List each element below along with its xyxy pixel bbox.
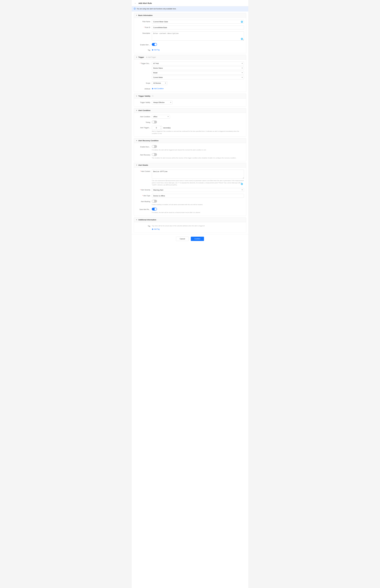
enable-alert-row: Enable Alert ... xyxy=(136,43,244,46)
current-meter-select[interactable]: Current Meter xyxy=(152,76,244,79)
spinner-down[interactable]: ▼ xyxy=(160,128,162,130)
number-spinners: ▲ ▼ xyxy=(160,126,162,130)
alert-condition-row: Alert Condition offline xyxy=(136,115,244,118)
add-trigger-button[interactable]: ⊕ Add Trigger xyxy=(146,56,156,58)
enable-alert-label: Enable Alert ... xyxy=(136,43,150,46)
alert-severity-label: * Alert Severity xyxy=(136,188,150,191)
alert-details-header[interactable]: ▼ Alert Details xyxy=(134,163,246,168)
save-alert-label: Save Alert Re... xyxy=(136,208,150,210)
enable-discr-row: Enable Discr... If enabled, the alert wi… xyxy=(136,145,244,151)
alert-trigger-control: ▲ ▼ second(s) Alert is triggered if the … xyxy=(152,126,244,134)
trigger-source-row: * Trigger Sou... IoT Hub Device Status M… xyxy=(136,62,244,79)
alert-recovery-body: Enable Discr... If enabled, the alert wi… xyxy=(134,143,246,161)
trigger-title: Trigger xyxy=(138,56,144,58)
alert-severity-row: * Alert Severity Warning Alert Critical … xyxy=(136,188,244,192)
enable-alert-toggle[interactable] xyxy=(152,43,157,46)
alert-details-title: Alert Details xyxy=(138,164,148,166)
rule-id-input[interactable]: CurrentMeterState xyxy=(152,26,244,29)
help-icon[interactable]: ⓘ xyxy=(152,95,153,97)
back-icon: ← xyxy=(134,2,136,4)
back-button[interactable]: ← xyxy=(134,1,137,5)
description-label: Description xyxy=(136,32,150,34)
save-alert-toggle[interactable] xyxy=(152,208,157,210)
trigger-section-header[interactable]: ▼ Trigger ⊕ Add Trigger xyxy=(134,55,246,60)
scope-label: Scope xyxy=(136,81,150,84)
chevron-down-icon: ▼ xyxy=(136,140,137,141)
trigger-section-body: * Trigger Sou... IoT Hub Device Status M… xyxy=(134,60,246,92)
description-input[interactable] xyxy=(152,32,244,40)
alert-recovery-control: The condition for alert recovery will be… xyxy=(152,153,244,159)
additional-tag-row: Tag Tag value will be the actual value o… xyxy=(136,224,244,230)
alert-type-input[interactable] xyxy=(152,194,244,198)
chevron-down-icon: ▼ xyxy=(136,15,137,16)
device-status-select[interactable]: Device Status xyxy=(152,66,244,70)
rule-name-label: Rule Name xyxy=(136,20,150,22)
tag-control: ⊕ Add Tag xyxy=(152,48,244,51)
plus-icon: ⊕ xyxy=(152,228,153,230)
save-alert-row: Save Alert Re... If enabled, the alert w… xyxy=(136,208,244,214)
alert-condition-section: ▼ Alert Condition Alert Condition offlin… xyxy=(134,108,246,137)
add-tag-additional-button[interactable]: ⊕ Add Tag xyxy=(152,228,160,230)
page-header: ← Add Alert Rule xyxy=(132,0,248,6)
add-condition-button[interactable]: ⊕ Add Condition xyxy=(152,87,164,90)
model-select[interactable]: Model xyxy=(152,71,244,75)
attribute-row: Attribute ⊕ Add Condition xyxy=(136,87,244,90)
alert-recovery-header[interactable]: ▼ Alert Recovery Condition xyxy=(134,138,246,143)
alert-trigger-group: ▲ ▼ second(s) xyxy=(152,126,244,130)
chevron-down-icon: ▼ xyxy=(136,219,137,221)
alert-content-control: Device Offline 🌐 Can use expressions ${m… xyxy=(152,170,244,186)
alert-condition-title: Alert Condition xyxy=(138,110,151,112)
alert-type-label: * Alert Type xyxy=(136,194,150,197)
trigger-validity-header[interactable]: ▼ Trigger Validity ⓘ xyxy=(134,94,246,99)
description-row: Description 🌐 xyxy=(136,32,244,41)
trigger-validity-section: ▼ Trigger Validity ⓘ Trigger Validity Al… xyxy=(134,94,246,107)
alert-masking-row: Alert Masking If alert masking is enable… xyxy=(136,200,244,206)
info-banner-text: You are using new alert rule functions o… xyxy=(137,8,176,10)
iot-hub-select[interactable]: IoT Hub xyxy=(152,62,244,65)
alert-masking-toggle[interactable] xyxy=(152,200,157,203)
scope-control: All Devices xyxy=(152,81,244,85)
alert-trigger-row: Alert Triggeri... ▲ ▼ second(s) Alert is… xyxy=(136,126,244,134)
timing-label: Timing xyxy=(136,121,150,123)
timing-toggle[interactable] xyxy=(152,121,157,123)
trigger-validity-title: Trigger Validity xyxy=(138,95,150,97)
cancel-button[interactable]: Cancel xyxy=(176,237,189,241)
rule-id-label: * Rule ID xyxy=(136,26,150,28)
plus-circle-icon: ⊕ xyxy=(146,56,147,58)
spinner-up[interactable]: ▲ xyxy=(160,126,162,128)
validity-label: Trigger Validity xyxy=(136,101,150,103)
info-banner: ⓘ You are using new alert rule functions… xyxy=(132,6,248,11)
additional-info-body: Tag Tag value will be the actual value o… xyxy=(134,222,246,232)
globe-icon-desc: 🌐 xyxy=(241,38,243,40)
alert-content-input[interactable]: Device Offline xyxy=(152,170,244,179)
alert-recovery-title: Alert Recovery Condition xyxy=(138,140,158,142)
confirm-button[interactable]: Confirm xyxy=(191,237,204,241)
rule-name-row: Rule Name Current Meter State 🌐 xyxy=(136,20,244,24)
chevron-down-icon: ▼ xyxy=(136,110,137,111)
scope-select[interactable]: All Devices xyxy=(152,81,167,85)
trigger-source-control: IoT Hub Device Status Model Current Mete… xyxy=(152,62,244,79)
alert-condition-header[interactable]: ▼ Alert Condition xyxy=(134,108,246,113)
basic-information-title: Basic Information xyxy=(138,14,152,16)
description-control: 🌐 xyxy=(152,32,244,41)
alert-content-hint: Can use expressions ${measurement point … xyxy=(152,180,244,186)
alert-recovery-toggle[interactable] xyxy=(152,153,157,156)
condition-select-wrapper: offline xyxy=(152,115,170,118)
enable-discr-toggle[interactable] xyxy=(152,145,157,148)
trigger-source-selects: IoT Hub Device Status Model Current Mete… xyxy=(152,62,244,79)
add-tag-button[interactable]: ⊕ Add Tag xyxy=(152,48,160,51)
rule-name-input[interactable]: Current Meter State xyxy=(152,20,244,24)
alert-severity-select[interactable]: Warning Alert Critical Alert Info Alert xyxy=(152,188,244,192)
timing-control xyxy=(152,121,244,124)
basic-information-header[interactable]: ▼ Basic Information xyxy=(134,13,246,18)
validity-select[interactable]: Always Effective xyxy=(152,101,172,104)
alert-type-row: * Alert Type xyxy=(136,194,244,198)
additional-info-header[interactable]: ▼ Additional Information xyxy=(134,217,246,222)
alert-condition-select[interactable]: offline xyxy=(152,115,170,118)
alert-masking-label: Alert Masking xyxy=(136,200,150,203)
enable-discr-label: Enable Discr... xyxy=(136,145,150,148)
chevron-down-icon: ▼ xyxy=(136,164,137,166)
alert-recovery-hint: The condition for alert recovery will be… xyxy=(152,157,244,159)
save-alert-control: If enabled, the alert will be saved as a… xyxy=(152,208,244,214)
page-footer: Cancel Confirm xyxy=(132,234,248,244)
